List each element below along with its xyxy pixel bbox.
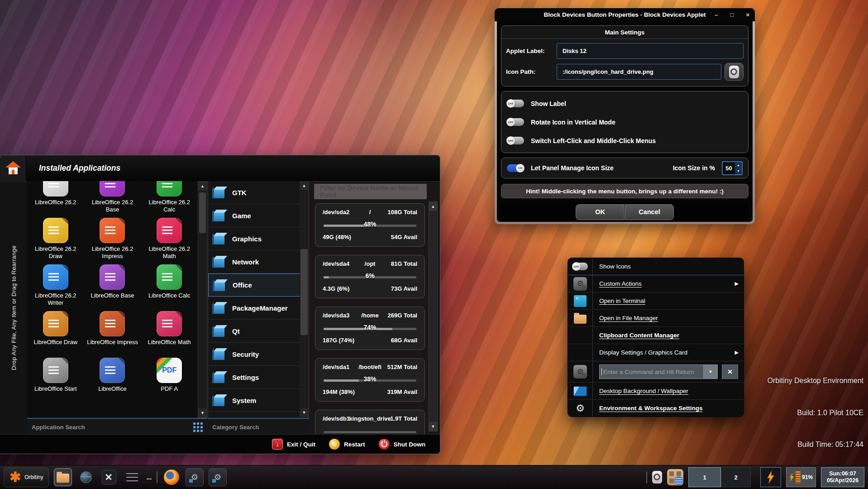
ok-button[interactable]: OK — [576, 204, 625, 220]
workspace-2-button[interactable]: 2 — [721, 467, 751, 487]
scrollbar-thumb[interactable] — [199, 192, 206, 233]
dialog-titlebar[interactable]: Block Devices Button Properties - Block … — [495, 8, 755, 21]
panel-manage-icon-size-toggle[interactable]: ON — [507, 164, 524, 172]
maximize-icon[interactable]: □ — [730, 11, 734, 18]
command-input[interactable]: Enter a Command and Hit Return ▼ — [599, 364, 718, 379]
app-item[interactable]: LibreOffice 26.2 Impress — [84, 218, 141, 264]
category-search-input[interactable]: Category Search — [208, 418, 309, 435]
taskbar: ✱ Orbitiny ... ⚙ ⚙ 1 2 91% Sun:06:07 05/… — [0, 465, 868, 489]
power-profile-applet[interactable] — [760, 467, 781, 487]
switch-menus-toggle[interactable]: OFF — [507, 137, 524, 144]
category-item-packagemanager[interactable]: PackageManager — [208, 297, 300, 320]
file-manager-task-button[interactable] — [54, 468, 72, 486]
show-icons-toggle[interactable]: OFF — [572, 263, 588, 270]
app-item[interactable]: PDFPDF A — [141, 358, 198, 404]
cube-icon — [214, 374, 224, 383]
menu-item-wallpaper[interactable]: Desktop Background / Wallpaper — [568, 383, 744, 400]
disk-card-sda2[interactable]: /dev/sda2/108G Total 48% 49G (48%)54G Av… — [315, 203, 425, 247]
toggles-group: OFF Show Label OFF Rotate Icon in Vertic… — [501, 91, 749, 153]
app-item[interactable]: LibreOffice 26.2 — [27, 181, 84, 218]
lightning-icon — [766, 470, 775, 484]
spin-down-icon[interactable]: ▼ — [735, 168, 742, 174]
device-filter-input[interactable]: Filter by Device Name or Mount Point — [314, 184, 427, 199]
menu-item-environment-settings[interactable]: ⚙ Environment & Workspace Settings — [568, 400, 744, 417]
app-item[interactable]: LibreOffice 26.2 Writer — [27, 264, 84, 311]
scroll-up-icon[interactable]: ▲ — [198, 182, 207, 191]
app-item[interactable]: LibreOffice 26.2 Math — [141, 218, 198, 264]
app-item[interactable]: LibreOffice Start — [27, 358, 84, 404]
menu-item-open-terminal[interactable]: >_ Open in Terminal — [568, 292, 744, 310]
block-devices-properties-dialog: Block Devices Button Properties - Block … — [495, 8, 755, 224]
cancel-button[interactable]: Cancel — [625, 204, 674, 220]
overflow-ellipsis[interactable]: ... — [146, 474, 152, 481]
app-item[interactable]: LibreOffice 26.2 Draw — [27, 218, 84, 264]
category-item-network[interactable]: Network — [208, 250, 300, 273]
start-menu-button[interactable]: ✱ Orbitiny — [4, 467, 49, 487]
menu-item-show-icons[interactable]: OFF Show Icons — [568, 258, 744, 275]
clear-command-button[interactable]: ✕ — [722, 364, 738, 379]
menu-item-clipboard-manager[interactable]: Clipboard Content Manager — [568, 327, 744, 344]
taskbar-divider — [157, 471, 157, 483]
scroll-down-icon[interactable]: ▼ — [429, 422, 437, 431]
category-item-gtk[interactable]: GTK — [208, 181, 300, 204]
workspace-pager-icon[interactable] — [667, 469, 683, 485]
scroll-up-icon[interactable]: ▲ — [429, 202, 437, 211]
home-button[interactable] — [0, 155, 26, 181]
scroll-down-icon[interactable]: ▼ — [300, 408, 309, 417]
category-item-office-selected[interactable]: Office — [208, 273, 300, 297]
disk-card-sdb1[interactable]: /dev/sdb1kingston_drive1.9T Total — [315, 410, 425, 435]
applet-settings-button-1[interactable]: ⚙ — [186, 468, 204, 486]
menu-item-display-settings[interactable]: Display Settings / Graphics Card ▶ — [568, 344, 744, 361]
app-item[interactable]: LibreOffice 26.2 Calc — [141, 181, 198, 218]
firefox-task-button[interactable] — [162, 468, 181, 486]
app-item[interactable]: LibreOffice 26.2 Base — [84, 181, 141, 218]
application-search-input[interactable]: Application Search — [27, 418, 207, 435]
dropdown-arrow-icon[interactable]: ▼ — [703, 365, 717, 379]
workspace-1-button[interactable]: 1 — [688, 467, 721, 487]
app-item[interactable]: LibreOffice Base — [84, 264, 141, 311]
scroll-down-icon[interactable]: ▼ — [198, 408, 207, 417]
minimize-icon[interactable]: – — [715, 11, 718, 18]
app-item[interactable]: LibreOffice Math — [141, 311, 198, 358]
rotate-icon-toggle[interactable]: OFF — [507, 118, 524, 126]
close-icon[interactable]: × — [746, 11, 749, 18]
clock-applet[interactable]: Sun:06:07 05/Apr/2026 — [821, 467, 864, 487]
battery-applet[interactable]: 91% — [786, 467, 816, 487]
scroll-up-icon[interactable]: ▲ — [300, 181, 309, 190]
app-grid-scrollbar[interactable]: ▲ ▼ — [198, 181, 207, 418]
app-icon — [100, 358, 125, 383]
shutdown-button[interactable]: Shut Down — [379, 439, 426, 450]
category-scrollbar[interactable]: ▲ ▼ — [300, 181, 309, 417]
show-label-toggle[interactable]: OFF — [507, 100, 524, 107]
grid-view-icon[interactable] — [193, 422, 203, 432]
menu-item-custom-actions[interactable]: ⚙⚙ Custom Actions ▶ — [568, 275, 744, 292]
applet-label-input[interactable]: Disks 12 — [557, 43, 744, 59]
category-item-qt[interactable]: Qt — [208, 320, 300, 343]
category-item-game[interactable]: Game — [208, 204, 300, 227]
disk-card-sda4[interactable]: /dev/sda4/opt81G Total 6% 4.3G (6%)73G A… — [315, 255, 425, 298]
disk-card-sda3[interactable]: /dev/sda3/home269G Total 74% 187G (74%)6… — [315, 307, 425, 350]
exit-quit-button[interactable]: ↓ Exit / Quit — [272, 439, 315, 450]
category-item-security[interactable]: Security — [208, 343, 300, 366]
icon-path-input[interactable]: :/icons/png/icon_hard_drive.png — [557, 64, 721, 80]
icon-path-browse-button[interactable] — [725, 63, 744, 81]
spin-up-icon[interactable]: ▲ — [735, 162, 742, 168]
applet-settings-button-2[interactable]: ⚙ — [209, 468, 227, 486]
menu-item-open-file-manager[interactable]: Open in File Manager — [568, 310, 744, 327]
app-item[interactable]: LibreOffice Draw — [27, 311, 84, 358]
app-item[interactable]: LibreOffice Impress — [84, 311, 141, 358]
disk-card-sda1[interactable]: /dev/sda1/boot/efi512M Total 38% 194M (3… — [315, 358, 425, 402]
disks-applet-icon[interactable] — [652, 471, 662, 484]
app-item[interactable]: LibreOffice — [84, 358, 141, 404]
screenshot-task-button[interactable] — [100, 468, 118, 486]
icon-size-spinner[interactable]: 50 ▲ ▼ — [722, 161, 743, 175]
notes-task-button[interactable] — [123, 468, 141, 486]
scrollbar-thumb[interactable] — [300, 249, 308, 335]
device-list-scrollbar[interactable]: ▲ ▼ — [429, 201, 438, 431]
browser-task-button[interactable] — [77, 468, 95, 486]
category-item-settings[interactable]: Settings — [208, 366, 300, 389]
category-item-graphics[interactable]: Graphics — [208, 227, 300, 250]
app-item[interactable]: LibreOffice Calc — [141, 264, 198, 311]
restart-button[interactable]: ↻ Restart — [329, 439, 365, 450]
category-item-system[interactable]: System — [208, 389, 300, 412]
